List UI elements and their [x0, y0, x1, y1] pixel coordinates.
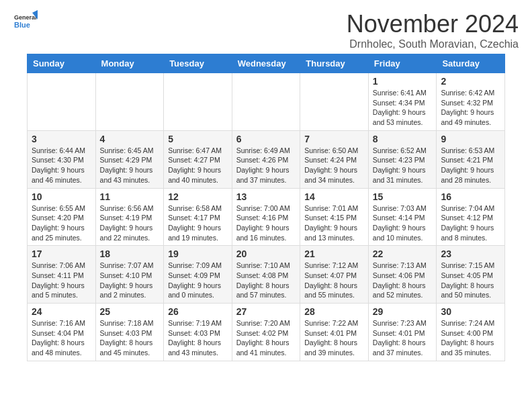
day-number: 14 — [304, 191, 364, 202]
day-cell: 14Sunrise: 7:01 AM Sunset: 4:15 PM Dayli… — [300, 188, 369, 246]
day-cell: 26Sunrise: 7:19 AM Sunset: 4:03 PM Dayli… — [164, 304, 232, 361]
title-block: November 2024 Drnholec, South Moravian, … — [347, 10, 519, 50]
day-number: 15 — [373, 191, 433, 202]
day-cell: 17Sunrise: 7:06 AM Sunset: 4:11 PM Dayli… — [28, 246, 96, 304]
week-row-2: 3Sunrise: 6:44 AM Sunset: 4:30 PM Daylig… — [28, 130, 505, 188]
day-info: Sunrise: 6:45 AM Sunset: 4:29 PM Dayligh… — [100, 146, 160, 185]
day-cell — [232, 73, 300, 131]
day-info: Sunrise: 7:00 AM Sunset: 4:16 PM Dayligh… — [236, 203, 296, 243]
day-cell: 11Sunrise: 6:56 AM Sunset: 4:19 PM Dayli… — [95, 188, 164, 246]
week-row-4: 17Sunrise: 7:06 AM Sunset: 4:11 PM Dayli… — [28, 246, 505, 304]
day-info: Sunrise: 7:20 AM Sunset: 4:02 PM Dayligh… — [236, 318, 296, 358]
day-info: Sunrise: 6:58 AM Sunset: 4:17 PM Dayligh… — [168, 203, 228, 243]
day-cell: 4Sunrise: 6:45 AM Sunset: 4:29 PM Daylig… — [95, 130, 164, 188]
day-info: Sunrise: 7:07 AM Sunset: 4:10 PM Dayligh… — [100, 261, 160, 300]
day-header-friday: Friday — [368, 54, 437, 73]
day-info: Sunrise: 7:12 AM Sunset: 4:07 PM Dayligh… — [304, 261, 364, 300]
day-number: 3 — [32, 134, 91, 144]
day-number: 4 — [100, 134, 160, 144]
day-number: 30 — [441, 306, 500, 317]
day-number: 13 — [236, 191, 296, 202]
day-cell: 12Sunrise: 6:58 AM Sunset: 4:17 PM Dayli… — [164, 188, 232, 246]
day-cell: 25Sunrise: 7:18 AM Sunset: 4:03 PM Dayli… — [95, 304, 164, 361]
day-info: Sunrise: 7:13 AM Sunset: 4:06 PM Dayligh… — [373, 261, 433, 300]
day-cell: 21Sunrise: 7:12 AM Sunset: 4:07 PM Dayli… — [300, 246, 369, 304]
day-number: 19 — [168, 248, 228, 259]
day-info: Sunrise: 6:41 AM Sunset: 4:34 PM Dayligh… — [373, 88, 433, 128]
day-cell — [300, 73, 369, 131]
logo: General Blue — [13, 10, 38, 34]
day-number: 12 — [168, 191, 228, 202]
day-info: Sunrise: 6:49 AM Sunset: 4:26 PM Dayligh… — [236, 146, 296, 185]
day-number: 23 — [441, 248, 500, 259]
day-header-tuesday: Tuesday — [164, 54, 232, 73]
day-cell — [28, 73, 96, 131]
day-info: Sunrise: 7:22 AM Sunset: 4:01 PM Dayligh… — [304, 318, 364, 358]
day-cell: 3Sunrise: 6:44 AM Sunset: 4:30 PM Daylig… — [28, 130, 96, 188]
day-info: Sunrise: 7:10 AM Sunset: 4:08 PM Dayligh… — [236, 261, 296, 300]
day-number: 9 — [441, 134, 500, 144]
day-cell: 30Sunrise: 7:24 AM Sunset: 4:00 PM Dayli… — [437, 304, 505, 361]
day-number: 29 — [373, 306, 433, 317]
day-info: Sunrise: 7:01 AM Sunset: 4:15 PM Dayligh… — [304, 203, 364, 243]
day-number: 28 — [304, 306, 364, 317]
day-number: 16 — [441, 191, 500, 202]
day-cell: 29Sunrise: 7:23 AM Sunset: 4:01 PM Dayli… — [368, 304, 437, 361]
page-header: General Blue November 2024 Drnholec, Sou… — [0, 0, 532, 54]
day-info: Sunrise: 7:24 AM Sunset: 4:00 PM Dayligh… — [441, 318, 500, 358]
week-row-5: 24Sunrise: 7:16 AM Sunset: 4:04 PM Dayli… — [28, 304, 505, 361]
day-info: Sunrise: 7:18 AM Sunset: 4:03 PM Dayligh… — [100, 318, 160, 358]
day-info: Sunrise: 7:06 AM Sunset: 4:11 PM Dayligh… — [32, 261, 91, 300]
day-cell — [164, 73, 232, 131]
day-header-wednesday: Wednesday — [232, 54, 300, 73]
svg-text:General: General — [14, 14, 37, 21]
day-cell: 22Sunrise: 7:13 AM Sunset: 4:06 PM Dayli… — [368, 246, 437, 304]
day-number: 8 — [373, 134, 433, 144]
day-info: Sunrise: 7:09 AM Sunset: 4:09 PM Dayligh… — [168, 261, 228, 300]
header-row: SundayMondayTuesdayWednesdayThursdayFrid… — [28, 54, 505, 73]
day-number: 2 — [441, 76, 500, 87]
calendar-body: 1Sunrise: 6:41 AM Sunset: 4:34 PM Daylig… — [28, 73, 505, 361]
day-cell: 27Sunrise: 7:20 AM Sunset: 4:02 PM Dayli… — [232, 304, 300, 361]
day-info: Sunrise: 6:42 AM Sunset: 4:32 PM Dayligh… — [441, 88, 500, 128]
day-number: 1 — [373, 76, 433, 87]
day-cell: 13Sunrise: 7:00 AM Sunset: 4:16 PM Dayli… — [232, 188, 300, 246]
day-number: 18 — [100, 248, 160, 259]
day-info: Sunrise: 7:19 AM Sunset: 4:03 PM Dayligh… — [168, 318, 228, 358]
day-info: Sunrise: 7:16 AM Sunset: 4:04 PM Dayligh… — [32, 318, 91, 358]
day-number: 10 — [32, 191, 91, 202]
day-cell: 2Sunrise: 6:42 AM Sunset: 4:32 PM Daylig… — [437, 73, 505, 131]
day-number: 26 — [168, 306, 228, 317]
day-cell: 10Sunrise: 6:55 AM Sunset: 4:20 PM Dayli… — [28, 188, 96, 246]
day-cell — [95, 73, 164, 131]
week-row-1: 1Sunrise: 6:41 AM Sunset: 4:34 PM Daylig… — [28, 73, 505, 131]
day-cell: 5Sunrise: 6:47 AM Sunset: 4:27 PM Daylig… — [164, 130, 232, 188]
calendar-header: SundayMondayTuesdayWednesdayThursdayFrid… — [28, 54, 505, 73]
calendar-table: SundayMondayTuesdayWednesdayThursdayFrid… — [27, 54, 505, 361]
day-header-monday: Monday — [95, 54, 164, 73]
day-number: 5 — [168, 134, 228, 144]
logo-icon: General Blue — [13, 10, 38, 34]
day-info: Sunrise: 6:53 AM Sunset: 4:21 PM Dayligh… — [441, 146, 500, 185]
day-info: Sunrise: 7:04 AM Sunset: 4:12 PM Dayligh… — [441, 203, 500, 243]
day-number: 24 — [32, 306, 91, 317]
day-header-thursday: Thursday — [300, 54, 369, 73]
day-number: 21 — [304, 248, 364, 259]
day-cell: 16Sunrise: 7:04 AM Sunset: 4:12 PM Dayli… — [437, 188, 505, 246]
day-info: Sunrise: 6:44 AM Sunset: 4:30 PM Dayligh… — [32, 146, 91, 185]
day-number: 25 — [100, 306, 160, 317]
day-number: 27 — [236, 306, 296, 317]
month-title: November 2024 — [347, 10, 519, 38]
day-info: Sunrise: 7:03 AM Sunset: 4:14 PM Dayligh… — [373, 203, 433, 243]
day-cell: 23Sunrise: 7:15 AM Sunset: 4:05 PM Dayli… — [437, 246, 505, 304]
day-cell: 15Sunrise: 7:03 AM Sunset: 4:14 PM Dayli… — [368, 188, 437, 246]
day-cell: 9Sunrise: 6:53 AM Sunset: 4:21 PM Daylig… — [437, 130, 505, 188]
day-info: Sunrise: 6:55 AM Sunset: 4:20 PM Dayligh… — [32, 203, 91, 243]
day-info: Sunrise: 7:15 AM Sunset: 4:05 PM Dayligh… — [441, 261, 500, 300]
day-cell: 6Sunrise: 6:49 AM Sunset: 4:26 PM Daylig… — [232, 130, 300, 188]
location: Drnholec, South Moravian, Czechia — [347, 38, 519, 50]
week-row-3: 10Sunrise: 6:55 AM Sunset: 4:20 PM Dayli… — [28, 188, 505, 246]
day-cell: 24Sunrise: 7:16 AM Sunset: 4:04 PM Dayli… — [28, 304, 96, 361]
day-cell: 18Sunrise: 7:07 AM Sunset: 4:10 PM Dayli… — [95, 246, 164, 304]
day-info: Sunrise: 6:56 AM Sunset: 4:19 PM Dayligh… — [100, 203, 160, 243]
